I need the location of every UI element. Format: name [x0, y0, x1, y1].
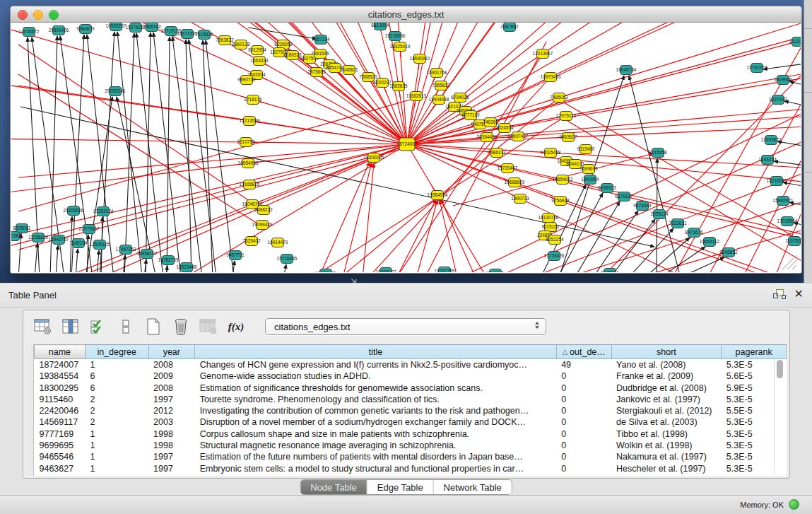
graph-node-label: 12213589 [240, 118, 260, 123]
graph-node-label: 9474444 [633, 203, 652, 208]
table-cell: Estimation of the future numbers of pati… [195, 451, 557, 462]
graph-node-label: 6379197 [615, 194, 633, 199]
table-row[interactable]: 1830029562008Estimation of significance … [35, 382, 787, 394]
select-rows-button[interactable] [88, 317, 108, 337]
graph-node-label: 7857224 [312, 37, 330, 42]
float-panel-icon[interactable] [773, 288, 784, 299]
graph-node-label: 8912954 [248, 47, 266, 52]
network-graph-canvas[interactable]: 1403557220891406938467910553257152760629… [11, 23, 801, 272]
table-cell: Embryonic stem cells: a model to study s… [195, 463, 557, 474]
delete-column-button[interactable] [171, 317, 191, 337]
graph-node-label: 9227343 [769, 97, 787, 102]
graph-node-label: 14035572 [19, 29, 40, 34]
table-toolbar: f(x) citations_edges.txt [23, 310, 789, 343]
tab-network-table[interactable]: Network Table [434, 480, 512, 494]
graph-node-label: 1862615 [389, 83, 408, 88]
table-cell: 0 [556, 394, 611, 405]
table-row[interactable]: 1872400712008Changes of HCN gene express… [35, 359, 787, 371]
graph-edge [18, 86, 407, 144]
graph-edge [440, 200, 457, 272]
graph-edge [206, 40, 234, 272]
graph-node-label: 10973493 [541, 74, 561, 79]
column-header-name[interactable]: name [35, 345, 86, 359]
graph-node-label: 1244413 [758, 157, 777, 162]
table-row[interactable]: 969969511998Structural magnetic resonanc… [35, 440, 787, 451]
graph-node-label: 12213967 [533, 51, 553, 56]
minimize-window-icon[interactable] [33, 10, 43, 20]
graph-edge [407, 144, 801, 272]
graph-node-label: 10654112 [700, 239, 720, 244]
graph-node-label: 15992971 [773, 198, 794, 203]
graph-edge [707, 103, 801, 272]
table-cell: Stergiakouli et al. (2012) [611, 405, 722, 416]
close-window-icon[interactable] [18, 10, 28, 20]
graph-node-label: 7955812 [432, 83, 450, 88]
resize-grip-icon[interactable] [782, 255, 796, 269]
graph-edge [124, 33, 134, 272]
new-table-button[interactable] [143, 317, 163, 337]
window-titlebar[interactable]: citations_edges.txt [11, 6, 801, 23]
tab-node-table[interactable]: Node Table [300, 480, 367, 494]
graph-node-label: 1145194 [70, 240, 88, 245]
graph-node-label: 11156829 [28, 235, 48, 240]
graph-node-label: 10958107 [376, 269, 396, 272]
table-cell: Franke et al. (2009) [611, 370, 722, 382]
column-header-in_degree[interactable]: in_degree [85, 345, 148, 359]
graph-edge [407, 144, 801, 272]
tab-edge-table[interactable]: Edge Table [367, 480, 434, 494]
graph-node-label: 22975867 [79, 226, 100, 231]
table-cell: 19384554 [35, 370, 86, 382]
graph-node-label: 1610755 [237, 139, 255, 144]
scrollbar-thumb[interactable] [777, 360, 783, 378]
table-row[interactable]: 946554611997Estimation of the future num… [35, 451, 787, 462]
graph-node-label: 19904448 [429, 97, 449, 102]
zoom-window-icon[interactable] [49, 10, 59, 20]
table-cell: 2012 [148, 405, 195, 416]
table-cell: 0 [556, 382, 611, 394]
column-header-pagerank[interactable]: pagerank [722, 345, 787, 359]
graph-node-label: 16648784 [616, 67, 637, 72]
table-body: 1872400712008Changes of HCN gene express… [35, 359, 787, 474]
graph-node-label: 12505125 [90, 242, 110, 247]
graph-node-label: 8644123 [566, 161, 584, 166]
graph-node-label: 9890712 [237, 77, 256, 82]
table-settings-button[interactable] [33, 317, 53, 337]
graph-node-label: 20206526 [64, 208, 84, 213]
table-row[interactable]: 1938455462009Genome-wide association stu… [35, 370, 787, 382]
graph-edge [407, 144, 801, 272]
graph-node-label: 6794028 [451, 95, 469, 100]
table-type-tabs: Node TableEdge TableNetwork Table [300, 479, 512, 495]
column-header-out_de[interactable]: △out_de… [556, 345, 611, 359]
graph-node-label: 8505061 [13, 226, 31, 230]
function-builder-button[interactable]: f(x) [226, 317, 246, 337]
graph-node-label: 16914479 [268, 240, 288, 245]
table-row[interactable]: 946362711997Embryonic stem cells: a mode… [35, 463, 787, 474]
graph-edge [71, 35, 84, 272]
column-header-short[interactable]: short [611, 345, 722, 359]
table-select-dropdown[interactable]: citations_edges.txt [265, 318, 546, 335]
table-row[interactable]: 977716911998Corpus callosum shape and si… [35, 428, 787, 440]
table-row[interactable]: 2242004622012Investigating the contribut… [35, 405, 787, 416]
table-row[interactable]: 911546021997Tourette syndrome. Phenomeno… [35, 394, 787, 405]
table-cell: Hescheler et al. (1997) [611, 463, 722, 474]
table-cell: 1 [85, 463, 148, 474]
vertical-scrollbar[interactable] [774, 358, 785, 474]
graph-node-label: 8471676 [685, 230, 703, 235]
table-cell: 2008 [148, 382, 195, 394]
table-cell: 6 [85, 370, 148, 382]
graph-node-label: 1167534 [786, 238, 801, 243]
table-cell: 1 [85, 428, 148, 440]
column-header-title[interactable]: title [195, 345, 557, 359]
table-header-row: namein_degreeyeartitle△out_de…shortpager… [35, 345, 787, 359]
graph-node-label: 20364456 [477, 134, 498, 139]
table-cell: 0 [556, 440, 611, 451]
table-cell: Corpus callosum shape and size in male p… [195, 428, 557, 440]
row-height-button[interactable] [116, 317, 136, 337]
graph-node-label: 2718176 [244, 97, 262, 102]
table-cell: 0 [556, 451, 611, 462]
column-header-year[interactable]: year [148, 345, 195, 359]
column-chooser-button[interactable] [61, 317, 81, 337]
close-panel-icon[interactable]: ✕ [794, 288, 804, 299]
table-row[interactable]: 1456911722003Disruption of a novel membe… [35, 416, 787, 428]
graph-node-label: 16961758 [427, 70, 447, 75]
